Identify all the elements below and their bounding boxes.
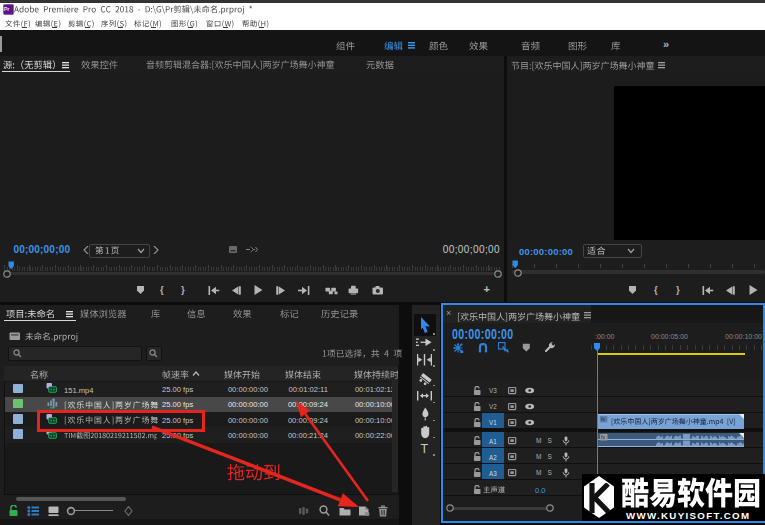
svg-text:fx: fx [601,416,605,422]
